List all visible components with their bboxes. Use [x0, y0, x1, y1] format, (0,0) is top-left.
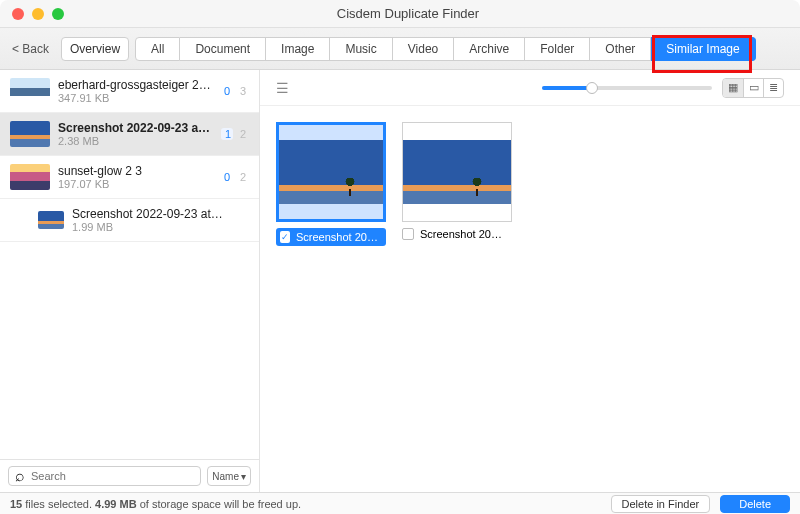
item-size: 347.91 KB: [58, 92, 213, 104]
view-mode-toggle: ▦ ▭ ≣: [722, 78, 784, 98]
back-button[interactable]: < Back: [10, 42, 55, 56]
sort-label: Name: [212, 471, 239, 482]
search-icon: ⌕: [15, 467, 25, 485]
total-count: 3: [237, 85, 249, 97]
item-counts: 0 3: [221, 85, 249, 97]
tab-video[interactable]: Video: [393, 37, 454, 61]
item-name: sunset-glow 2 3: [58, 164, 213, 178]
item-meta: Screenshot 2022-09-23 at… 2.38 MB: [58, 121, 213, 147]
list-item[interactable]: Screenshot 2022-09-23 at… 2.38 MB 1 2: [0, 113, 259, 156]
content-toolbar: ☰ ▦ ▭ ≣: [260, 70, 800, 106]
thumbnail-size-slider[interactable]: [542, 86, 712, 90]
list-item[interactable]: eberhard-grossgasteiger 2… 347.91 KB 0 3: [0, 70, 259, 113]
item-size: 197.07 KB: [58, 178, 213, 190]
window-title: Cisdem Duplicate Finder: [16, 6, 800, 21]
filter-icon[interactable]: ☰: [276, 80, 289, 96]
slider-knob[interactable]: [586, 82, 598, 94]
preview-caption[interactable]: Screenshot 2022-0…: [402, 228, 512, 240]
tab-archive[interactable]: Archive: [454, 37, 525, 61]
category-tabs: All Document Image Music Video Archive F…: [135, 37, 756, 61]
tab-similar-image[interactable]: Similar Image: [651, 37, 755, 61]
item-meta: Screenshot 2022-09-23 at… 1.99 MB: [72, 207, 249, 233]
preview-card[interactable]: ✓ Screenshot 2022-0…: [276, 122, 386, 246]
titlebar: Cisdem Duplicate Finder: [0, 0, 800, 28]
preview-gallery: ✓ Screenshot 2022-0… Screenshot 2022-0…: [260, 106, 800, 492]
item-meta: sunset-glow 2 3 197.07 KB: [58, 164, 213, 190]
item-meta: eberhard-grossgasteiger 2… 347.91 KB: [58, 78, 213, 104]
status-text: 15 files selected. 4.99 MB of storage sp…: [10, 498, 301, 510]
item-name: Screenshot 2022-09-23 at…: [72, 207, 249, 221]
files-selected-count: 15: [10, 498, 22, 510]
list-item[interactable]: sunset-glow 2 3 197.07 KB 0 2: [0, 156, 259, 199]
total-count: 2: [237, 128, 249, 140]
sidebar: eberhard-grossgasteiger 2… 347.91 KB 0 3…: [0, 70, 260, 492]
tab-image[interactable]: Image: [266, 37, 330, 61]
preview-image: [279, 140, 383, 204]
toolbar: < Back Overview All Document Image Music…: [0, 28, 800, 70]
item-name: Screenshot 2022-09-23 at…: [58, 121, 213, 135]
checkbox-unchecked-icon[interactable]: [402, 228, 414, 240]
search-input[interactable]: [31, 470, 194, 482]
tab-folder[interactable]: Folder: [525, 37, 590, 61]
item-counts: 0 2: [221, 171, 249, 183]
content-pane: ☰ ▦ ▭ ≣ ✓ Screenshot 2022-0…: [260, 70, 800, 492]
duplicate-group-list: eberhard-grossgasteiger 2… 347.91 KB 0 3…: [0, 70, 259, 459]
sort-button[interactable]: Name ▾: [207, 466, 251, 486]
list-item[interactable]: Screenshot 2022-09-23 at… 1.99 MB: [0, 199, 259, 242]
preview-card[interactable]: Screenshot 2022-0…: [402, 122, 512, 240]
space-freed: 4.99 MB: [95, 498, 137, 510]
delete-in-finder-button[interactable]: Delete in Finder: [611, 495, 711, 513]
grid-view-button[interactable]: ▦: [723, 79, 743, 97]
selected-count: 0: [221, 85, 233, 97]
selected-count: 0: [221, 171, 233, 183]
main-area: eberhard-grossgasteiger 2… 347.91 KB 0 3…: [0, 70, 800, 492]
preview-image: [403, 140, 511, 204]
thumbnail-icon: [10, 78, 50, 104]
thumbnail-icon: [10, 164, 50, 190]
tab-other[interactable]: Other: [590, 37, 651, 61]
item-size: 1.99 MB: [72, 221, 249, 233]
search-field[interactable]: ⌕: [8, 466, 201, 486]
list-view-button[interactable]: ≣: [763, 79, 783, 97]
sidebar-footer: ⌕ Name ▾: [0, 459, 259, 492]
total-count: 2: [237, 171, 249, 183]
tab-document[interactable]: Document: [180, 37, 266, 61]
overview-button[interactable]: Overview: [61, 37, 129, 61]
delete-button[interactable]: Delete: [720, 495, 790, 513]
thumbnail-icon: [38, 211, 64, 229]
chevron-down-icon: ▾: [241, 471, 246, 482]
gallery-view-button[interactable]: ▭: [743, 79, 763, 97]
tab-all[interactable]: All: [135, 37, 180, 61]
preview-filename: Screenshot 2022-0…: [296, 231, 382, 243]
checkbox-checked-icon[interactable]: ✓: [280, 231, 290, 243]
status-bar: 15 files selected. 4.99 MB of storage sp…: [0, 492, 800, 514]
preview-caption[interactable]: ✓ Screenshot 2022-0…: [276, 228, 386, 246]
thumbnail-icon: [10, 121, 50, 147]
tab-music[interactable]: Music: [330, 37, 392, 61]
selected-count: 1: [221, 128, 233, 140]
preview-filename: Screenshot 2022-0…: [420, 228, 508, 240]
item-counts: 1 2: [221, 128, 249, 140]
item-name: eberhard-grossgasteiger 2…: [58, 78, 213, 92]
item-size: 2.38 MB: [58, 135, 213, 147]
